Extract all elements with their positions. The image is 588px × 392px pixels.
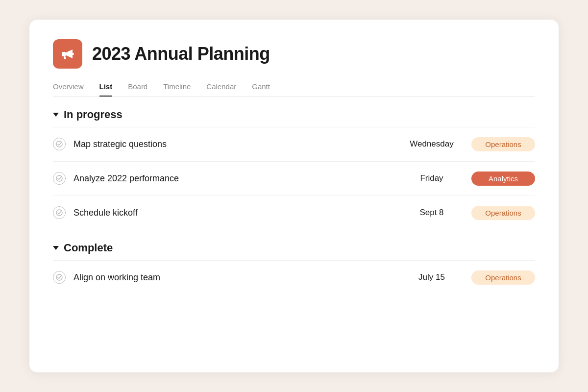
- task-tag[interactable]: Operations: [471, 270, 535, 285]
- task-tag[interactable]: Operations: [471, 137, 535, 151]
- tab-gantt[interactable]: Gantt: [252, 82, 270, 97]
- svg-point-3: [56, 141, 62, 147]
- task-row: Align on working team July 15 Operations: [53, 260, 535, 294]
- svg-point-2: [72, 53, 74, 55]
- page-title: 2023 Annual Planning: [92, 44, 270, 64]
- task-check-icon[interactable]: [53, 271, 66, 284]
- svg-point-4: [56, 175, 62, 181]
- task-check-icon[interactable]: [53, 206, 66, 219]
- tab-overview[interactable]: Overview: [53, 82, 84, 97]
- tab-list[interactable]: List: [99, 82, 113, 97]
- task-date: Sept 8: [400, 208, 464, 218]
- svg-rect-1: [64, 56, 66, 59]
- chevron-in-progress-icon[interactable]: [53, 113, 59, 117]
- section-in-progress-header: In progress: [53, 97, 535, 127]
- task-check-icon[interactable]: [53, 172, 66, 185]
- task-tag[interactable]: Operations: [471, 206, 535, 220]
- tab-calendar[interactable]: Calendar: [206, 82, 236, 97]
- section-in-progress-title: In progress: [64, 108, 122, 121]
- megaphone-icon: [60, 46, 75, 62]
- tab-timeline[interactable]: Timeline: [163, 82, 191, 97]
- svg-rect-0: [62, 52, 66, 56]
- task-check-icon[interactable]: [53, 138, 66, 150]
- task-row: Map strategic questions Wednesday Operat…: [53, 127, 535, 161]
- task-date: July 15: [400, 272, 464, 282]
- task-tag[interactable]: Analytics: [471, 172, 535, 186]
- main-card: 2023 Annual Planning Overview List Board…: [29, 20, 559, 372]
- task-name: Schedule kickoff: [74, 208, 392, 218]
- tab-board[interactable]: Board: [128, 82, 147, 97]
- task-name: Align on working team: [74, 272, 392, 283]
- task-name: Map strategic questions: [74, 139, 392, 149]
- task-date: Friday: [400, 173, 464, 183]
- task-row: Schedule kickoff Sept 8 Operations: [53, 196, 535, 230]
- section-complete-title: Complete: [64, 242, 113, 254]
- task-row: Analyze 2022 performance Friday Analytic…: [53, 161, 535, 196]
- chevron-complete-icon[interactable]: [53, 246, 59, 250]
- svg-point-5: [56, 210, 62, 216]
- project-icon: [53, 39, 82, 69]
- section-complete-header: Complete: [53, 230, 535, 260]
- task-date: Wednesday: [400, 139, 464, 149]
- svg-point-6: [56, 274, 62, 280]
- tab-nav: Overview List Board Timeline Calendar Ga…: [53, 82, 535, 97]
- task-name: Analyze 2022 performance: [74, 173, 392, 184]
- page-header: 2023 Annual Planning: [53, 39, 535, 69]
